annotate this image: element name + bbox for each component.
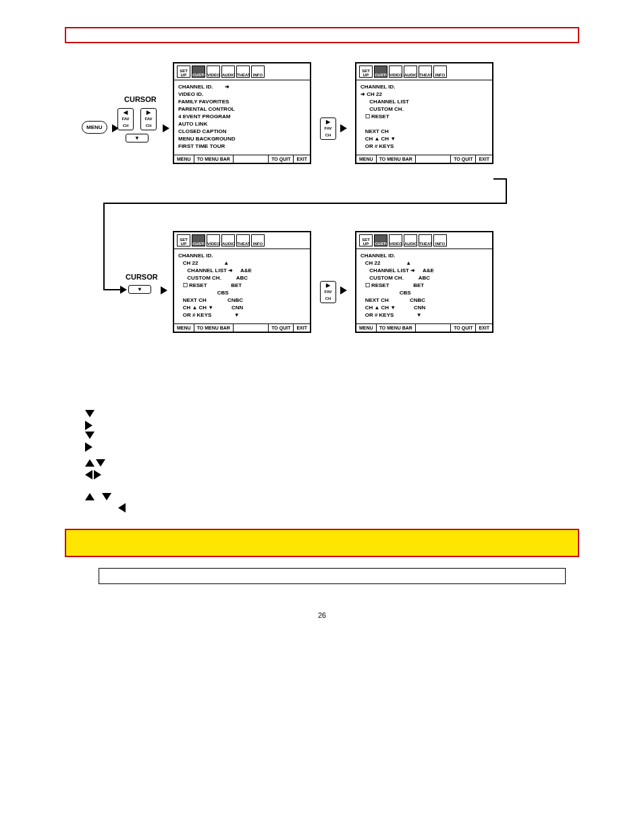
menu-key[interactable]: MENU: [82, 121, 107, 134]
fav-left-key[interactable]: ◀FAVCH: [117, 108, 134, 130]
step-arrows: [85, 409, 111, 417]
osd-screen-4: SET UP CUSTOM VIDEO AUDIO THEATER INFO C…: [355, 231, 493, 333]
tab-info[interactable]: INFO: [251, 66, 265, 78]
tab-info[interactable]: INFO: [433, 66, 447, 78]
fav-right-key[interactable]: ▶FAVCH: [140, 108, 157, 130]
triangle-down-icon: [102, 493, 111, 500]
osd-screen-1: SET UP CUSTOM VIDEO AUDIO THEATER INFO C…: [173, 62, 311, 164]
step-num: [72, 491, 81, 501]
step-2: [72, 398, 579, 409]
tab-setup[interactable]: SET UP: [359, 234, 373, 246]
tab-video[interactable]: VIDEO: [389, 234, 402, 246]
tab-audio[interactable]: AUDIO: [404, 234, 417, 246]
tab-video[interactable]: VIDEO: [207, 234, 220, 246]
step-3: [72, 409, 579, 419]
step-7b: [72, 469, 579, 479]
footer-menu[interactable]: MENU: [174, 155, 194, 163]
step-arrows: [85, 398, 111, 399]
step-num: [72, 469, 81, 479]
instruction-steps: [72, 388, 579, 513]
triangle-down-icon: [85, 410, 95, 417]
step-arrows: [85, 491, 126, 502]
step-arrows: [85, 459, 111, 467]
triangle-down-icon: [96, 459, 105, 467]
footer-menu[interactable]: MENU: [174, 324, 194, 332]
osd-tab-row: SET UP CUSTOM VIDEO AUDIO THEATER INFO: [356, 63, 492, 80]
tab-setup[interactable]: SET UP: [177, 234, 190, 246]
tab-theater[interactable]: THEATER: [236, 234, 250, 246]
fav-right-key[interactable]: ▶FAVCH: [320, 118, 336, 140]
osd-footer: MENU TO MENU BAR TO QUIT EXIT: [356, 155, 492, 163]
connector: [103, 203, 507, 204]
osd-body: CHANNEL ID. ➜ CH 22 CHANNEL LIST CUSTOM …: [356, 80, 492, 155]
step-arrows: [85, 480, 111, 481]
tab-theater[interactable]: THEATER: [419, 234, 432, 246]
step-num: [72, 431, 81, 441]
step-num: [72, 420, 81, 430]
step-arrows: [85, 420, 111, 430]
cursor-down-key[interactable]: ▼: [128, 285, 151, 294]
page-header-bar: [65, 27, 579, 43]
menu-key-label: MENU: [86, 124, 103, 130]
tab-custom[interactable]: CUSTOM: [192, 234, 205, 246]
step-num: [72, 388, 81, 398]
step-num: [72, 409, 81, 419]
step-arrows: [85, 469, 111, 479]
connector: [103, 289, 122, 290]
tab-video[interactable]: VIDEO: [389, 66, 402, 78]
osd-tab-row: SET UP CUSTOM VIDEO AUDIO THEATER INFO: [174, 63, 310, 80]
step-4: [72, 420, 579, 430]
tab-audio[interactable]: AUDIO: [221, 234, 235, 246]
footer-menu[interactable]: MENU: [356, 324, 377, 332]
connector: [506, 178, 507, 203]
footer-exit[interactable]: EXIT: [294, 324, 310, 332]
tab-audio[interactable]: AUDIO: [404, 66, 417, 78]
connector: [493, 178, 506, 180]
tab-custom[interactable]: CUSTOM: [192, 66, 205, 78]
tab-video[interactable]: VIDEO: [207, 66, 220, 78]
triangle-right-icon: [85, 442, 92, 452]
arrow-icon: [120, 286, 127, 294]
tab-setup[interactable]: SET UP: [177, 66, 190, 78]
flow-diagram: MENU CURSOR ◀FAVCH ▶FAVCH ▼ SET UP CUSTO…: [58, 57, 586, 381]
osd-footer: MENU TO MENU BAR TO QUIT EXIT: [174, 323, 310, 332]
footer-exit[interactable]: EXIT: [476, 155, 492, 163]
triangle-right-icon: [85, 421, 92, 430]
tab-custom[interactable]: CUSTOM: [374, 234, 387, 246]
tab-theater[interactable]: THEATER: [236, 66, 250, 78]
triangle-right-icon: [94, 470, 101, 479]
arrow-icon: [163, 124, 169, 132]
tab-custom[interactable]: CUSTOM: [374, 66, 387, 78]
osd-body: CHANNEL ID. CH 22 ▲ CHANNEL LIST ➜ A&E C…: [356, 249, 492, 323]
osd-tab-row: SET UP CUSTOM VIDEO AUDIO THEATER INFO: [356, 232, 492, 249]
footer-toquit: TO QUIT: [268, 324, 294, 332]
page-number: 26: [65, 611, 579, 619]
cursor-label: CURSOR: [126, 273, 158, 281]
step-arrows: [85, 502, 126, 513]
step-8: [72, 480, 579, 490]
footer-tobar: TO MENU BAR: [194, 155, 234, 163]
tab-setup[interactable]: SET UP: [359, 66, 373, 78]
fav-right-key[interactable]: ▶FAVCH: [320, 281, 336, 303]
arrow-icon: [161, 286, 167, 294]
step-num: [72, 442, 81, 452]
triangle-left-icon: [85, 470, 92, 479]
footer-tobar: TO MENU BAR: [194, 324, 234, 332]
cursor-down-key[interactable]: ▼: [126, 134, 149, 142]
tab-theater[interactable]: THEATER: [419, 66, 432, 78]
tab-info[interactable]: INFO: [433, 234, 447, 246]
step-num: [72, 398, 81, 409]
connector: [103, 203, 105, 289]
triangle-up-icon: [85, 493, 95, 500]
arrow-icon: [340, 124, 347, 132]
step-7a: [72, 459, 579, 469]
footer-exit[interactable]: EXIT: [476, 324, 492, 332]
step-6: [72, 442, 579, 452]
tab-info[interactable]: INFO: [251, 234, 265, 246]
footer-menu[interactable]: MENU: [356, 155, 377, 163]
step-5: [72, 431, 579, 441]
step-arrows: [85, 442, 111, 452]
step-num: [72, 459, 81, 469]
footer-exit[interactable]: EXIT: [294, 155, 310, 163]
tab-audio[interactable]: AUDIO: [221, 66, 235, 78]
